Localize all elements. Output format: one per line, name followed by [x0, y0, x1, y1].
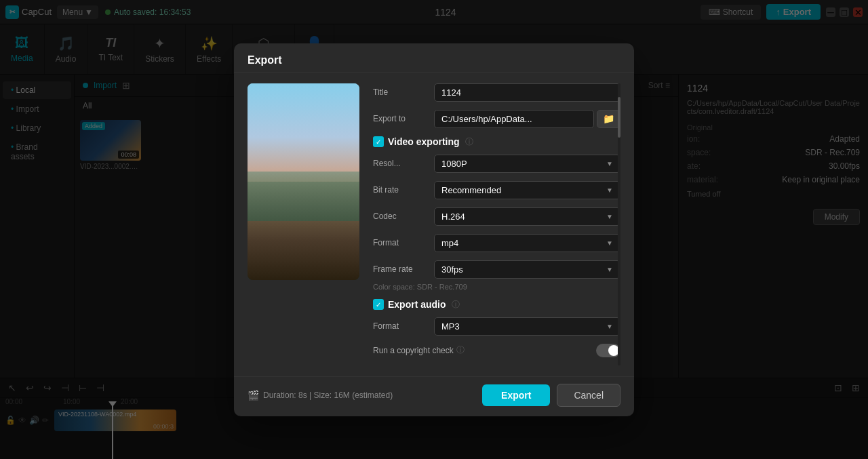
- audio-section-header: ✓ Export audio ⓘ: [373, 299, 620, 311]
- format-row: Format mp4 ▼: [373, 234, 620, 252]
- preview-image: [248, 83, 359, 280]
- copyright-label: Run a copyright check ⓘ: [373, 344, 596, 356]
- bitrate-arrow: ▼: [606, 186, 613, 194]
- framerate-row: Frame rate 30fps ▼: [373, 260, 620, 279]
- resolution-arrow: ▼: [606, 160, 613, 167]
- audio-section-title: Export audio: [388, 299, 446, 310]
- export-path-input[interactable]: [434, 110, 594, 128]
- modal-preview: [248, 83, 359, 365]
- modal-footer: 🎬 Duration: 8s | Size: 16M (estimated) E…: [234, 376, 634, 416]
- modal-body: Title Export to 📁 ✓ Video exporting ⓘ: [234, 73, 634, 376]
- modal-header: Export: [234, 43, 634, 73]
- audio-format-arrow: ▼: [606, 323, 613, 330]
- framerate-arrow: ▼: [606, 266, 613, 273]
- video-section-header: ✓ Video exporting ⓘ: [373, 136, 620, 148]
- title-label: Title: [373, 87, 434, 97]
- bitrate-label: Bit rate: [373, 185, 434, 195]
- film-icon: 🎬: [248, 390, 259, 401]
- cancel-button[interactable]: Cancel: [557, 384, 620, 407]
- title-input[interactable]: [434, 83, 620, 102]
- modal-title: Export: [248, 54, 282, 66]
- resolution-row: Resol... 1080P ▼: [373, 155, 620, 173]
- scrollbar-thumb[interactable]: [618, 97, 620, 138]
- audio-section-info: ⓘ: [452, 299, 460, 311]
- copyright-row: Run a copyright check ⓘ: [373, 344, 620, 357]
- title-setting-row: Title: [373, 83, 620, 102]
- codec-display[interactable]: H.264 ▼: [434, 207, 620, 226]
- codec-dropdown[interactable]: H.264 ▼: [434, 207, 620, 226]
- resolution-dropdown[interactable]: 1080P ▼: [434, 155, 620, 173]
- water-layer: [248, 172, 359, 221]
- audio-format-display[interactable]: MP3 ▼: [434, 317, 620, 336]
- video-export-checkbox[interactable]: ✓: [373, 136, 384, 147]
- format-display[interactable]: mp4 ▼: [434, 234, 620, 252]
- format-arrow: ▼: [606, 239, 613, 247]
- framerate-dropdown[interactable]: 30fps ▼: [434, 260, 620, 279]
- codec-arrow: ▼: [606, 213, 613, 220]
- export-modal: Export Title Export to: [234, 43, 634, 416]
- copyright-toggle[interactable]: [596, 344, 620, 357]
- bitrate-dropdown[interactable]: Recommended ▼: [434, 181, 620, 199]
- duration-text: Duration: 8s | Size: 16M (estimated): [263, 391, 393, 400]
- framerate-label: Frame rate: [373, 264, 434, 274]
- resolution-display[interactable]: 1080P ▼: [434, 155, 620, 173]
- export-to-field: 📁: [434, 110, 620, 128]
- audio-format-label: Format: [373, 321, 434, 331]
- export-to-row: Export to 📁: [373, 110, 620, 128]
- format-label: Format: [373, 238, 434, 247]
- export-button[interactable]: Export: [482, 384, 550, 406]
- bitrate-row: Bit rate Recommended ▼: [373, 181, 620, 199]
- audio-format-dropdown[interactable]: MP3 ▼: [434, 317, 620, 336]
- video-section-title: Video exporting: [388, 136, 460, 147]
- browse-folder-button[interactable]: 📁: [597, 110, 620, 128]
- resolution-label: Resol...: [373, 159, 434, 168]
- export-to-label: Export to: [373, 114, 434, 123]
- modal-settings: Title Export to 📁 ✓ Video exporting ⓘ: [373, 83, 620, 365]
- video-section-info: ⓘ: [465, 136, 473, 148]
- format-dropdown[interactable]: mp4 ▼: [434, 234, 620, 252]
- bitrate-display[interactable]: Recommended ▼: [434, 181, 620, 199]
- audio-format-row: Format MP3 ▼: [373, 317, 620, 336]
- framerate-display[interactable]: 30fps ▼: [434, 260, 620, 279]
- modal-overlay: Export Title Export to: [0, 0, 868, 459]
- codec-label: Codec: [373, 212, 434, 221]
- codec-row: Codec H.264 ▼: [373, 207, 620, 226]
- audio-export-checkbox[interactable]: ✓: [373, 299, 384, 310]
- footer-duration-info: 🎬 Duration: 8s | Size: 16M (estimated): [248, 390, 475, 401]
- scrollbar-track[interactable]: [618, 83, 620, 365]
- color-space-note: Color space: SDR - Rec.709: [373, 283, 620, 291]
